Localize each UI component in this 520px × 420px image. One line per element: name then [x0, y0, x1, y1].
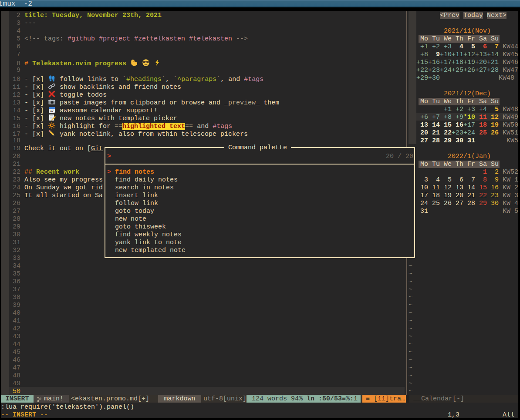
svg-text:17: 17: [50, 109, 54, 113]
